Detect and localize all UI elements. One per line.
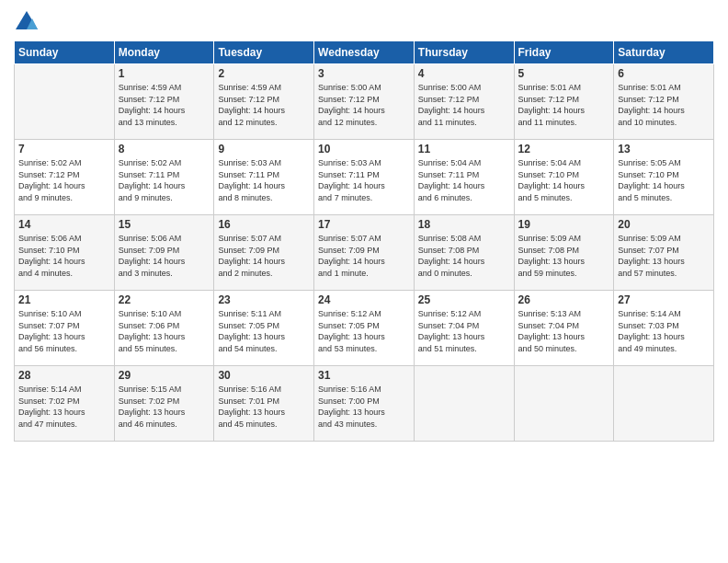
calendar-cell: 7Sunrise: 5:02 AM Sunset: 7:12 PM Daylig… [15,140,115,215]
day-number: 15 [119,218,210,231]
calendar-cell: 8Sunrise: 5:02 AM Sunset: 7:11 PM Daylig… [114,140,214,215]
header-cell-wednesday: Wednesday [314,41,415,64]
day-info: Sunrise: 5:02 AM Sunset: 7:12 PM Dayligh… [18,157,110,203]
day-info: Sunrise: 5:15 AM Sunset: 7:02 PM Dayligh… [119,384,210,430]
day-info: Sunrise: 5:16 AM Sunset: 7:01 PM Dayligh… [218,384,310,430]
day-info: Sunrise: 5:12 AM Sunset: 7:05 PM Dayligh… [318,308,410,354]
calendar-week-0: 1Sunrise: 4:59 AM Sunset: 7:12 PM Daylig… [15,64,714,140]
calendar-cell: 17Sunrise: 5:07 AM Sunset: 7:09 PM Dayli… [314,215,415,291]
calendar-cell: 21Sunrise: 5:10 AM Sunset: 7:07 PM Dayli… [15,291,115,366]
day-number: 28 [18,369,110,382]
calendar-cell: 13Sunrise: 5:05 AM Sunset: 7:10 PM Dayli… [614,140,714,215]
day-info: Sunrise: 5:00 AM Sunset: 7:12 PM Dayligh… [318,82,410,128]
day-number: 29 [119,369,210,382]
calendar-cell: 31Sunrise: 5:16 AM Sunset: 7:00 PM Dayli… [314,366,415,442]
day-number: 10 [318,143,410,155]
logo-icon [14,9,40,35]
calendar-cell: 30Sunrise: 5:16 AM Sunset: 7:01 PM Dayli… [214,366,314,442]
calendar-cell [614,366,714,442]
calendar-cell: 20Sunrise: 5:09 AM Sunset: 7:07 PM Dayli… [614,215,714,291]
calendar-cell: 5Sunrise: 5:01 AM Sunset: 7:12 PM Daylig… [514,64,614,140]
day-info: Sunrise: 4:59 AM Sunset: 7:12 PM Dayligh… [218,82,310,128]
calendar-cell: 12Sunrise: 5:04 AM Sunset: 7:10 PM Dayli… [514,140,614,215]
day-number: 31 [318,369,410,382]
day-info: Sunrise: 5:06 AM Sunset: 7:10 PM Dayligh… [18,233,110,279]
day-info: Sunrise: 5:02 AM Sunset: 7:11 PM Dayligh… [119,157,210,203]
calendar-cell: 3Sunrise: 5:00 AM Sunset: 7:12 PM Daylig… [314,64,415,140]
day-number: 16 [218,218,310,231]
day-info: Sunrise: 5:10 AM Sunset: 7:06 PM Dayligh… [119,308,210,354]
header-cell-monday: Monday [114,41,214,64]
day-number: 27 [618,293,710,306]
calendar-table: SundayMondayTuesdayWednesdayThursdayFrid… [14,40,714,442]
calendar-cell: 18Sunrise: 5:08 AM Sunset: 7:08 PM Dayli… [414,215,514,291]
day-info: Sunrise: 5:08 AM Sunset: 7:08 PM Dayligh… [418,233,510,279]
day-info: Sunrise: 5:03 AM Sunset: 7:11 PM Dayligh… [218,157,310,203]
day-number: 8 [119,143,210,155]
day-info: Sunrise: 4:59 AM Sunset: 7:12 PM Dayligh… [119,82,210,128]
header-cell-thursday: Thursday [414,41,514,64]
calendar-cell: 2Sunrise: 4:59 AM Sunset: 7:12 PM Daylig… [214,64,314,140]
day-number: 9 [218,143,310,155]
day-info: Sunrise: 5:05 AM Sunset: 7:10 PM Dayligh… [618,157,710,203]
day-number: 25 [418,293,510,306]
day-info: Sunrise: 5:09 AM Sunset: 7:07 PM Dayligh… [618,233,710,279]
calendar-week-3: 21Sunrise: 5:10 AM Sunset: 7:07 PM Dayli… [15,291,714,366]
day-info: Sunrise: 5:13 AM Sunset: 7:04 PM Dayligh… [518,308,610,354]
header-cell-sunday: Sunday [15,41,115,64]
calendar-cell: 6Sunrise: 5:01 AM Sunset: 7:12 PM Daylig… [614,64,714,140]
day-info: Sunrise: 5:16 AM Sunset: 7:00 PM Dayligh… [318,384,410,430]
calendar-cell: 27Sunrise: 5:14 AM Sunset: 7:03 PM Dayli… [614,291,714,366]
day-number: 1 [119,67,210,80]
day-number: 11 [418,143,510,155]
calendar-cell: 10Sunrise: 5:03 AM Sunset: 7:11 PM Dayli… [314,140,415,215]
calendar-cell: 19Sunrise: 5:09 AM Sunset: 7:08 PM Dayli… [514,215,614,291]
calendar-cell: 29Sunrise: 5:15 AM Sunset: 7:02 PM Dayli… [114,366,214,442]
day-number: 3 [318,67,410,80]
calendar-cell [15,64,115,140]
day-info: Sunrise: 5:04 AM Sunset: 7:10 PM Dayligh… [518,157,610,203]
day-number: 22 [119,293,210,306]
header-cell-friday: Friday [514,41,614,64]
calendar-cell: 24Sunrise: 5:12 AM Sunset: 7:05 PM Dayli… [314,291,415,366]
calendar-cell: 14Sunrise: 5:06 AM Sunset: 7:10 PM Dayli… [15,215,115,291]
calendar-cell: 11Sunrise: 5:04 AM Sunset: 7:11 PM Dayli… [414,140,514,215]
calendar-cell [414,366,514,442]
day-info: Sunrise: 5:12 AM Sunset: 7:04 PM Dayligh… [418,308,510,354]
day-number: 6 [618,67,710,80]
day-number: 21 [18,293,110,306]
header-row: SundayMondayTuesdayWednesdayThursdayFrid… [15,41,714,64]
day-info: Sunrise: 5:10 AM Sunset: 7:07 PM Dayligh… [18,308,110,354]
header-cell-saturday: Saturday [614,41,714,64]
calendar-week-2: 14Sunrise: 5:06 AM Sunset: 7:10 PM Dayli… [15,215,714,291]
day-number: 18 [418,218,510,231]
day-info: Sunrise: 5:07 AM Sunset: 7:09 PM Dayligh… [318,233,410,279]
page-container: SundayMondayTuesdayWednesdayThursdayFrid… [0,0,728,451]
calendar-cell: 23Sunrise: 5:11 AM Sunset: 7:05 PM Dayli… [214,291,314,366]
day-number: 5 [518,67,610,80]
day-number: 13 [618,143,710,155]
day-info: Sunrise: 5:09 AM Sunset: 7:08 PM Dayligh… [518,233,610,279]
day-number: 19 [518,218,610,231]
calendar-cell: 1Sunrise: 4:59 AM Sunset: 7:12 PM Daylig… [114,64,214,140]
day-number: 12 [518,143,610,155]
calendar-week-4: 28Sunrise: 5:14 AM Sunset: 7:02 PM Dayli… [15,366,714,442]
calendar-cell: 22Sunrise: 5:10 AM Sunset: 7:06 PM Dayli… [114,291,214,366]
calendar-cell: 4Sunrise: 5:00 AM Sunset: 7:12 PM Daylig… [414,64,514,140]
calendar-cell: 9Sunrise: 5:03 AM Sunset: 7:11 PM Daylig… [214,140,314,215]
calendar-cell: 28Sunrise: 5:14 AM Sunset: 7:02 PM Dayli… [15,366,115,442]
day-info: Sunrise: 5:06 AM Sunset: 7:09 PM Dayligh… [119,233,210,279]
day-number: 23 [218,293,310,306]
day-info: Sunrise: 5:01 AM Sunset: 7:12 PM Dayligh… [518,82,610,128]
page-header [14,9,714,35]
day-info: Sunrise: 5:03 AM Sunset: 7:11 PM Dayligh… [318,157,410,203]
day-info: Sunrise: 5:00 AM Sunset: 7:12 PM Dayligh… [418,82,510,128]
day-number: 24 [318,293,410,306]
calendar-cell: 16Sunrise: 5:07 AM Sunset: 7:09 PM Dayli… [214,215,314,291]
logo [14,9,43,35]
day-number: 2 [218,67,310,80]
day-number: 4 [418,67,510,80]
day-number: 14 [18,218,110,231]
day-info: Sunrise: 5:11 AM Sunset: 7:05 PM Dayligh… [218,308,310,354]
calendar-cell: 26Sunrise: 5:13 AM Sunset: 7:04 PM Dayli… [514,291,614,366]
